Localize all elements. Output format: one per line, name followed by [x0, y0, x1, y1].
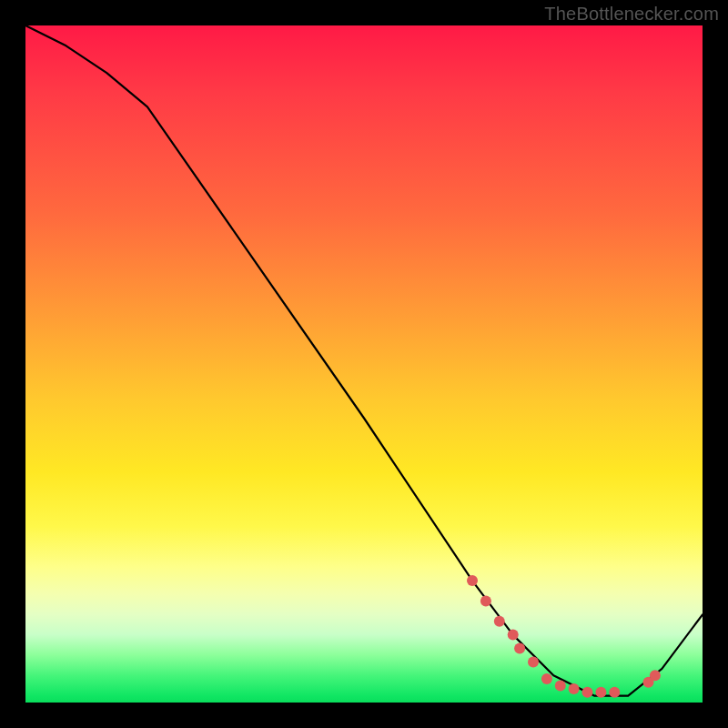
data-marker — [480, 595, 491, 606]
data-marker — [569, 683, 580, 694]
data-marker — [555, 680, 566, 691]
data-marker — [595, 687, 606, 698]
data-marker — [508, 630, 519, 641]
data-marker — [541, 673, 552, 684]
data-marker — [494, 616, 505, 627]
data-marker — [467, 575, 478, 586]
data-marker — [582, 687, 593, 698]
bottleneck-curve — [25, 25, 703, 696]
watermark-label: TheBottlenecker.com — [544, 4, 719, 25]
data-marker — [514, 643, 525, 654]
plot-area — [25, 25, 703, 703]
data-marker — [609, 687, 620, 698]
curve-layer — [25, 25, 703, 703]
data-marker — [650, 670, 661, 681]
chart-frame: TheBottlenecker.com — [0, 0, 728, 728]
data-marker — [528, 656, 539, 667]
